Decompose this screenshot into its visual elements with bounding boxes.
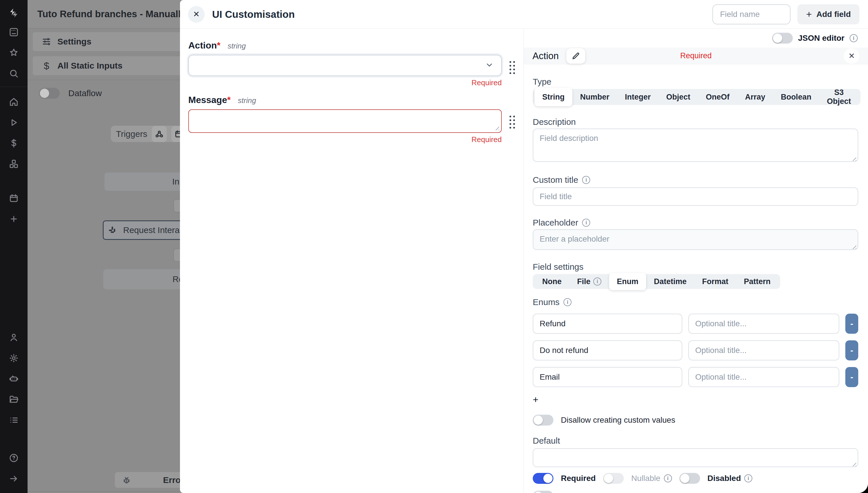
bot-icon[interactable] [0, 368, 27, 389]
default-textarea[interactable] [533, 448, 858, 467]
json-editor-toggle[interactable] [772, 33, 793, 44]
modal-close-button[interactable]: ✕ [188, 6, 205, 23]
enum-row: - [533, 340, 858, 360]
workflows-icon[interactable] [0, 22, 27, 42]
json-editor-label: JSON editor [798, 34, 845, 43]
drag-handle-icon[interactable] [509, 116, 515, 129]
info-icon: i [744, 474, 752, 483]
action-required-text: Required [188, 78, 502, 87]
conditions-row: Show this field only when conditions are… [533, 491, 858, 493]
inspector-close-button[interactable]: ✕ [844, 48, 860, 64]
bug-icon [122, 476, 131, 485]
field-settings-label: Field settings [533, 262, 858, 272]
type-option-s3object[interactable]: S3 Object [819, 89, 859, 105]
expand-icon[interactable] [0, 468, 27, 489]
modal-title: UI Customisation [212, 8, 295, 20]
remove-enum-button[interactable]: - [845, 340, 858, 360]
dataflow-label: Dataflow [68, 88, 102, 98]
setting-option-enum[interactable]: Enum [609, 273, 646, 290]
drag-handle-icon[interactable] [509, 61, 515, 74]
enum-value-input[interactable] [533, 340, 682, 360]
dollar-icon: $ [40, 60, 53, 71]
disallow-custom-values-label: Disallow creating custom values [561, 415, 675, 425]
billing-icon[interactable] [0, 133, 27, 153]
type-option-object[interactable]: Object [658, 89, 698, 105]
webhook-trigger-button[interactable] [152, 126, 167, 142]
disabled-label: Disabledi [707, 474, 753, 483]
setting-option-file[interactable]: Filei [570, 274, 609, 290]
enum-title-input[interactable] [688, 340, 839, 360]
logs-icon[interactable] [0, 410, 27, 430]
remove-enum-button[interactable]: - [845, 367, 858, 387]
message-textarea[interactable] [188, 109, 502, 133]
type-segmented-control: String Number Integer Object OneOf Array… [533, 89, 861, 105]
info-icon: i [593, 278, 601, 285]
type-option-number[interactable]: Number [572, 89, 617, 105]
folder-icon[interactable] [0, 389, 27, 410]
placeholder-textarea[interactable] [533, 229, 858, 250]
conditions-toggle[interactable] [533, 491, 553, 493]
user-icon[interactable] [0, 327, 27, 348]
required-toggle[interactable] [533, 473, 553, 484]
disallow-custom-values-row: Disallow creating custom values [533, 415, 858, 426]
form-preview-column: Action* string Required Message* string [180, 29, 524, 493]
enum-row: - [533, 314, 858, 334]
description-textarea[interactable] [533, 129, 858, 162]
dataflow-toggle[interactable] [39, 88, 60, 99]
inspector-required-badge: Required [680, 51, 712, 60]
field-settings-segmented-control: None Filei Enum Datetime Format Pattern [533, 274, 780, 289]
settings-icon[interactable] [0, 348, 27, 368]
action-select[interactable] [188, 55, 502, 76]
help-icon[interactable] [0, 448, 27, 468]
setting-option-none[interactable]: None [534, 274, 570, 290]
app-root: Tuto Refund branches - Manually Settings… [0, 0, 868, 493]
type-option-oneof[interactable]: OneOf [698, 89, 737, 105]
enums-label: Enumsi [533, 297, 858, 307]
workflow-title: Tuto Refund branches - Manually [37, 8, 186, 20]
disabled-toggle[interactable] [679, 473, 700, 484]
setting-option-datetime[interactable]: Datetime [646, 274, 694, 290]
type-option-integer[interactable]: Integer [617, 89, 658, 105]
required-label: Required [561, 474, 596, 483]
json-editor-row: JSON editor i [524, 29, 868, 48]
nullable-toggle[interactable] [603, 473, 624, 484]
edit-field-name-button[interactable] [566, 48, 585, 64]
info-icon: i [564, 298, 571, 306]
chevron-down-icon [485, 61, 494, 70]
setting-option-pattern[interactable]: Pattern [736, 274, 779, 290]
star-icon[interactable] [0, 42, 27, 63]
setting-option-format[interactable]: Format [694, 274, 736, 290]
type-option-boolean[interactable]: Boolean [773, 89, 819, 105]
custom-title-label: Custom titlei [533, 175, 858, 185]
add-icon[interactable] [0, 209, 27, 229]
enum-title-input[interactable] [688, 314, 839, 334]
disallow-custom-values-toggle[interactable] [533, 415, 553, 426]
field-inspector-panel: JSON editor i Action Required ✕ Type Str… [524, 29, 868, 493]
blocks-icon[interactable] [0, 153, 27, 174]
add-field-button[interactable]: + Add field [798, 4, 860, 24]
enum-row: - [533, 367, 858, 387]
app-sidebar [0, 0, 27, 493]
field-flags-row: Required Nullablei Disabledi [533, 473, 858, 484]
plus-icon: + [806, 8, 812, 20]
search-icon[interactable] [0, 63, 27, 84]
sliders-icon [40, 37, 53, 46]
enum-title-input[interactable] [688, 367, 839, 387]
run-icon[interactable] [0, 112, 27, 133]
calendar-icon[interactable] [0, 188, 27, 209]
field-name-input[interactable] [713, 4, 790, 24]
settings-label: Settings [58, 37, 91, 46]
custom-title-input[interactable] [533, 187, 858, 206]
add-enum-button[interactable]: + [533, 394, 546, 405]
message-field-label: Message* string [188, 95, 515, 105]
enum-value-input[interactable] [533, 367, 682, 387]
message-required-text: Required [188, 135, 502, 144]
dataflow-toggle-row: Dataflow [39, 88, 102, 99]
remove-enum-button[interactable]: - [845, 314, 858, 334]
enum-value-input[interactable] [533, 314, 682, 334]
home-icon[interactable] [0, 91, 27, 112]
type-option-array[interactable]: Array [737, 89, 773, 105]
default-label: Default [533, 436, 858, 446]
modal-header: ✕ UI Customisation + Add field [180, 0, 868, 29]
type-option-string[interactable]: String [534, 88, 572, 106]
